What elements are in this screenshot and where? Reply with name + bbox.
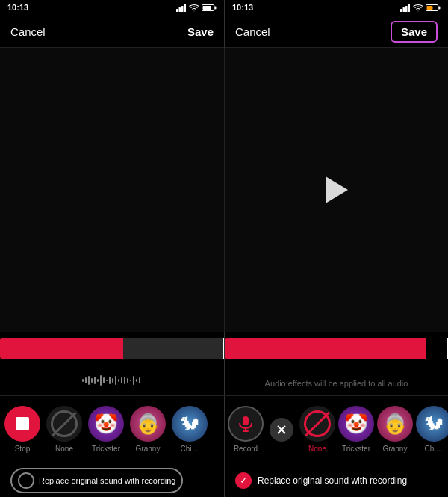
svg-rect-5 (215, 6, 217, 9)
svg-rect-18 (94, 377, 96, 384)
granny-label-right: Granny (383, 445, 408, 453)
track-red-right (225, 338, 426, 359)
waveform-svg (82, 373, 142, 388)
screen-wrapper: 10:13 (0, 0, 448, 497)
replace-toggle-left[interactable]: Replace original sound with recording (10, 468, 183, 493)
chip-label-left: Chi… (180, 445, 199, 453)
svg-rect-29 (127, 378, 128, 383)
timeline-right: Audio effects will be applied to all aud… (224, 332, 448, 395)
svg-rect-15 (85, 377, 87, 383)
granny-face-left: 👵 (136, 414, 160, 433)
timeline-area: Audio effects will be applied to all aud… (0, 332, 448, 395)
effects-panel-right: Record None 🤡 (224, 396, 448, 463)
svg-rect-0 (176, 9, 178, 12)
save-button-right[interactable]: Save (391, 21, 438, 43)
track-gray-left (123, 338, 224, 359)
none-circle-left[interactable] (46, 406, 82, 442)
svg-rect-33 (139, 377, 140, 383)
none-label-right: None (308, 445, 326, 453)
status-bar-right: 10:13 (224, 0, 448, 15)
stop-icon (16, 417, 29, 430)
granny-circle-right[interactable]: 👵 (377, 406, 413, 442)
no-symbol-icon-right (304, 410, 331, 437)
granny-face-right: 👵 (383, 414, 407, 433)
chip-face-right: 🐿 (424, 414, 444, 433)
trickster-item-left: 🤡 Trickster (88, 406, 124, 453)
replace-text-left: Replace original sound with recording (39, 476, 175, 485)
svg-rect-7 (400, 9, 402, 12)
cancel-button-right[interactable]: Cancel (235, 25, 270, 38)
play-icon[interactable] (326, 176, 348, 203)
none-circle-right[interactable] (299, 406, 335, 442)
signal-icon-right (400, 4, 411, 12)
status-bar-left: 10:13 (0, 0, 224, 15)
timeline-left (0, 332, 224, 395)
none-effect-item-right: None (301, 406, 334, 453)
bottom-bars: Replace original sound with recording ✓ … (0, 463, 448, 497)
svg-rect-34 (243, 416, 249, 425)
svg-rect-21 (103, 377, 105, 383)
trickster-circle-left[interactable]: 🤡 (88, 406, 124, 442)
record-button[interactable] (228, 406, 264, 442)
chip-item-right: 🐿 Chi… (417, 406, 448, 453)
effects-panel-left: Stop None 🤡 Trickster 👵 Gr (0, 396, 224, 463)
mic-icon (237, 416, 254, 432)
wifi-icon (189, 4, 199, 12)
chip-circle-right[interactable]: 🐿 (416, 406, 448, 442)
time-left: 10:13 (7, 3, 28, 12)
stop-label: Stop (15, 445, 31, 453)
svg-rect-17 (91, 378, 93, 383)
svg-rect-8 (403, 7, 405, 12)
x-icon (276, 425, 287, 435)
chip-label-right: Chi… (424, 445, 443, 453)
svg-rect-28 (124, 377, 125, 384)
svg-rect-3 (184, 4, 187, 12)
video-panels (0, 48, 448, 332)
chip-circle-left[interactable]: 🐿 (172, 406, 208, 442)
svg-rect-9 (405, 6, 408, 12)
status-bars: 10:13 (0, 0, 448, 15)
bottom-panel-right: ✓ Replace original sound with recording (224, 463, 448, 497)
signal-icon (176, 4, 187, 12)
track-red-left (0, 338, 123, 359)
trickster-face-left: 🤡 (94, 414, 118, 433)
video-panel-right[interactable] (224, 48, 448, 332)
svg-rect-2 (181, 6, 184, 12)
nav-bars: Cancel Save Cancel Save (0, 15, 448, 48)
checkbox-left[interactable] (18, 472, 34, 489)
svg-rect-12 (439, 6, 441, 9)
bottom-panel-left: Replace original sound with recording (0, 463, 224, 497)
granny-label-left: Granny (136, 445, 161, 453)
svg-rect-22 (106, 380, 108, 381)
svg-rect-27 (121, 377, 122, 383)
trickster-item-right: 🤡 Trickster (340, 406, 373, 453)
record-effect-item: Record (229, 406, 262, 453)
x-item (268, 418, 295, 442)
effects-strip: Stop None 🤡 Trickster 👵 Gr (0, 395, 448, 463)
track-bar-right (225, 338, 448, 359)
record-label: Record (234, 445, 258, 453)
svg-rect-1 (179, 7, 181, 12)
trickster-label-left: Trickster (92, 445, 120, 453)
svg-rect-30 (130, 380, 131, 381)
time-right: 10:13 (232, 3, 253, 12)
svg-rect-24 (112, 378, 113, 383)
svg-rect-6 (203, 6, 211, 10)
svg-rect-32 (136, 379, 137, 382)
cancel-button-left[interactable]: Cancel (10, 25, 46, 38)
svg-rect-31 (133, 376, 134, 385)
stop-button[interactable] (4, 406, 40, 442)
save-button-left[interactable]: Save (187, 25, 214, 38)
audio-effects-text: Audio effects will be applied to all aud… (225, 379, 448, 388)
no-symbol-icon-left (51, 410, 78, 437)
replace-text-right: Replace original sound with recording (258, 475, 407, 486)
trickster-circle-right[interactable]: 🤡 (338, 406, 374, 442)
none-label-left: None (55, 445, 73, 453)
svg-rect-20 (100, 375, 102, 386)
granny-circle-left[interactable]: 👵 (130, 406, 166, 442)
nav-bar-right: Cancel Save (224, 15, 448, 48)
x-button[interactable] (270, 418, 293, 442)
chip-item-left: 🐿 Chi… (172, 406, 208, 453)
checkbox-right[interactable]: ✓ (235, 472, 252, 489)
svg-rect-23 (109, 377, 111, 384)
